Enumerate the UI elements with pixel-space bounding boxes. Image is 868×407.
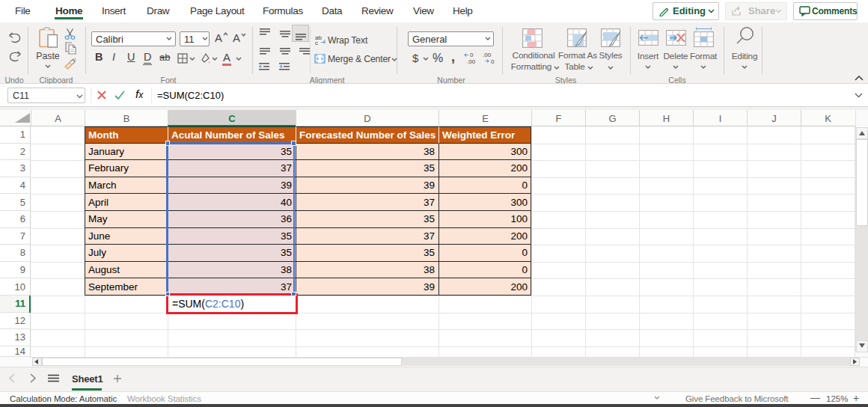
svg-text:0: 0 bbox=[470, 52, 474, 58]
svg-text:0: 0 bbox=[491, 58, 495, 64]
svg-text:.00: .00 bbox=[483, 52, 492, 58]
svg-text:.00: .00 bbox=[467, 58, 476, 64]
svg-text:c: c bbox=[315, 40, 318, 45]
